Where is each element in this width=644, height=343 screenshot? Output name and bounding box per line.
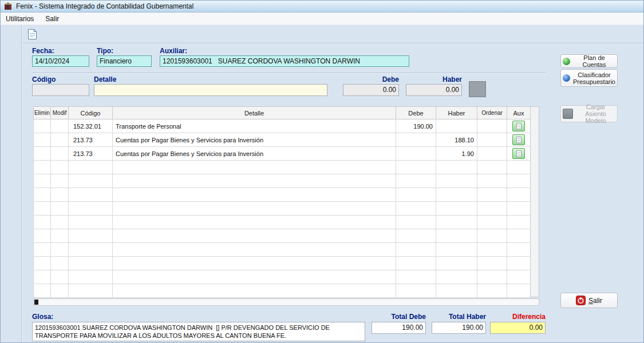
table-row[interactable] [34,229,531,243]
elimin-cell[interactable] [34,243,51,257]
document-icon [516,137,521,143]
ordenar-cell[interactable] [477,174,507,188]
table-row[interactable]: 213.73 Cuentas por Pagar Bienes y Servic… [34,133,531,147]
ordenar-cell[interactable] [477,257,507,270]
aux-button[interactable] [512,121,525,131]
table-row[interactable] [34,257,531,270]
table-row[interactable] [34,202,531,216]
elimin-cell[interactable] [34,257,51,270]
blue-sphere-icon [563,74,570,82]
modif-cell[interactable] [51,284,69,298]
table-row[interactable]: 152.32.01 Transporte de Personal 190.00 [34,119,531,133]
aux-header: Aux [507,107,531,119]
table-row[interactable] [34,174,531,188]
modif-cell[interactable] [51,202,69,216]
ordenar-cell[interactable] [477,119,507,133]
haber-cell [436,174,477,188]
elimin-cell[interactable] [34,284,51,298]
ordenar-cell[interactable] [477,284,507,298]
modif-cell[interactable] [51,147,69,161]
codigo-cell [69,284,113,298]
modif-cell[interactable] [51,188,69,202]
menu-item-utilitarios[interactable]: Utilitarios [6,15,34,23]
titlebar: Fenix - Sistema Integrado de Contabilida… [1,1,644,13]
detalle-cell [113,229,396,243]
fecha-field[interactable]: 14/10/2024 [32,55,89,67]
elimin-cell[interactable] [34,174,51,188]
salir-button[interactable]: Salir [560,293,618,308]
glosa-field[interactable]: 1201593603001 SUAREZ CORDOVA WASHINGTON … [32,322,365,341]
modif-cell[interactable] [51,257,69,270]
aux-button[interactable] [512,148,525,159]
table-row[interactable]: 213.73 Cuentas por Pagar Bienes y Servic… [34,147,531,161]
table-row[interactable] [34,188,531,202]
table-row[interactable] [34,161,531,174]
ordenar-cell[interactable] [477,161,507,174]
haber-cell [436,257,477,270]
modif-cell[interactable] [51,161,69,174]
elimin-cell[interactable] [34,216,51,229]
elimin-cell[interactable] [34,202,51,216]
elimin-cell[interactable] [34,147,51,161]
codigo-entry-field[interactable] [32,84,89,96]
detalle-header: Detalle [113,107,396,119]
ordenar-cell[interactable] [477,229,507,243]
ordenar-cell[interactable] [477,243,507,257]
table-row[interactable] [34,216,531,229]
elimin-cell[interactable] [34,188,51,202]
total-haber-label: Total Haber [432,313,486,321]
debe-cell [396,161,436,174]
modif-header: Modif [51,107,69,119]
debe-cell: 190.00 [396,119,436,133]
ordenar-cell[interactable] [477,147,507,161]
tipo-field[interactable]: Financiero [97,55,152,67]
table-vertical-scrollbar[interactable] [530,106,539,297]
elimin-header: Elimin [34,107,51,119]
debe-cell [396,147,436,161]
modif-cell[interactable] [51,119,69,133]
ordenar-cell[interactable] [477,202,507,216]
ordenar-cell[interactable] [477,216,507,229]
ordenar-cell[interactable] [477,270,507,284]
modif-cell[interactable] [51,216,69,229]
modif-cell[interactable] [51,243,69,257]
form-separator [32,73,546,74]
plan-de-cuentas-button[interactable]: Plan de Cuentas [560,54,618,68]
haber-entry-field[interactable]: 0.00 [406,84,462,96]
modif-cell[interactable] [51,229,69,243]
aux-cell [507,119,531,133]
auxiliar-field[interactable]: 1201593603001 SUAREZ CORDOVA WASHINGTON … [160,55,409,67]
table-row[interactable] [34,270,531,284]
codigo-cell [69,243,113,257]
elimin-cell[interactable] [34,161,51,174]
codigo-cell [69,174,113,188]
elimin-cell[interactable] [34,119,51,133]
ordenar-cell[interactable] [477,188,507,202]
detalle-cell: Cuentas por Pagar Bienes y Servicios par… [113,133,396,147]
haber-cell [436,229,477,243]
detalle-entry-field[interactable] [94,84,327,96]
debe-entry-field[interactable]: 0.00 [343,84,399,96]
aux-button[interactable] [512,134,525,145]
table-horizontal-scrollbar[interactable] [33,298,539,306]
elimin-cell[interactable] [34,229,51,243]
new-document-button[interactable] [25,27,39,41]
modif-cell[interactable] [51,133,69,147]
elimin-cell[interactable] [34,133,51,147]
cargar-asiento-modelo-button[interactable]: Cargar Asiento Modelo [560,105,618,122]
scrollbar-thumb[interactable] [34,300,38,305]
menu-item-salir[interactable]: Salir [45,15,59,23]
modif-cell[interactable] [51,174,69,188]
detalle-cell [113,216,396,229]
table-row[interactable] [34,243,531,257]
modif-cell[interactable] [51,270,69,284]
elimin-cell[interactable] [34,270,51,284]
clasificador-presupuestario-button[interactable]: Clasificador Presupuestario [560,69,618,87]
add-entry-button[interactable] [469,81,486,97]
debe-cell [396,257,436,270]
aux-cell [507,216,531,229]
ordenar-cell[interactable] [477,133,507,147]
detalle-cell [113,243,396,257]
table-row[interactable] [34,284,531,298]
haber-cell [436,284,477,298]
